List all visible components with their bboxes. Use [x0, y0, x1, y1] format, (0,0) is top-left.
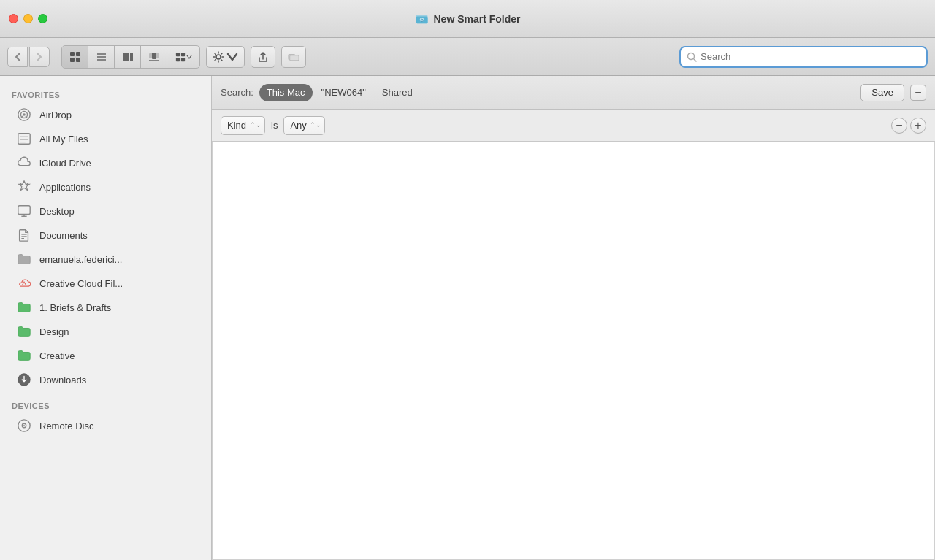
sidebar-item-downloads[interactable]: Downloads — [4, 368, 207, 391]
icon-view-button[interactable] — [62, 46, 88, 68]
remove-search-button[interactable]: − — [910, 85, 926, 101]
kind-select-wrapper: Kind — [221, 116, 265, 135]
sidebar-item-briefs-label: 1. Briefs & Drafts — [39, 302, 111, 313]
sidebar-item-design[interactable]: Design — [4, 320, 207, 343]
content-area: Search: This Mac "NEW064" Shared Save − … — [212, 76, 935, 560]
search-input[interactable] — [701, 51, 920, 62]
sidebar-item-icloud-label: iCloud Drive — [39, 158, 91, 169]
forward-button[interactable] — [29, 47, 50, 67]
sidebar: Favorites AirDrop — [0, 76, 212, 560]
list-view-button[interactable] — [88, 46, 115, 68]
airdrop-icon — [16, 107, 32, 123]
svg-line-29 — [215, 59, 215, 60]
toolbar — [0, 38, 935, 76]
creative-cloud-icon — [16, 275, 32, 291]
file-browser-area[interactable] — [212, 142, 935, 560]
svg-line-30 — [221, 53, 222, 53]
svg-rect-4 — [70, 52, 75, 56]
kind-select[interactable]: Kind — [221, 116, 265, 135]
sidebar-item-creative-cloud[interactable]: Creative Cloud Fil... — [4, 272, 207, 295]
cover-flow-button[interactable] — [141, 46, 167, 68]
svg-rect-42 — [18, 206, 30, 215]
this-mac-button[interactable]: This Mac — [259, 84, 313, 101]
any-select[interactable]: Any — [283, 116, 325, 135]
sidebar-item-desktop-label: Desktop — [39, 206, 75, 217]
sidebar-item-desktop[interactable]: Desktop — [4, 199, 207, 223]
close-button[interactable] — [9, 14, 18, 23]
shared-button[interactable]: Shared — [375, 84, 420, 101]
svg-rect-18 — [175, 52, 179, 55]
svg-line-28 — [221, 59, 222, 60]
sidebar-item-design-label: Design — [39, 326, 69, 337]
folder-icon-emanuela — [16, 251, 32, 267]
filter-actions: − + — [891, 118, 926, 134]
title-bar: ⚙ New Smart Folder — [0, 0, 935, 38]
sidebar-item-creative-cloud-label: Creative Cloud Fil... — [39, 278, 123, 289]
sidebar-item-briefs-drafts[interactable]: 1. Briefs & Drafts — [4, 296, 207, 319]
svg-rect-13 — [130, 53, 133, 61]
sidebar-item-applications-label: Applications — [39, 182, 91, 193]
add-filter-button[interactable]: + — [910, 118, 926, 134]
devices-header: Devices — [0, 397, 211, 413]
save-button[interactable]: Save — [860, 84, 904, 101]
tag-button[interactable] — [281, 46, 306, 68]
all-my-files-icon — [16, 131, 32, 147]
folder-icon-creative — [16, 348, 32, 364]
sidebar-item-emanuela[interactable]: emanuela.federici... — [4, 248, 207, 271]
svg-point-37 — [23, 113, 26, 116]
sidebar-item-icloud[interactable]: iCloud Drive — [4, 151, 207, 174]
remove-filter-button[interactable]: − — [891, 118, 907, 134]
search-filter-bar: Search: This Mac "NEW064" Shared Save − — [212, 76, 935, 110]
svg-rect-19 — [180, 52, 184, 55]
any-select-wrapper: Any — [283, 116, 325, 135]
window-title: New Smart Folder — [433, 13, 520, 25]
sidebar-item-airdrop-label: AirDrop — [39, 110, 72, 120]
folder-icon-briefs — [16, 299, 32, 315]
svg-rect-32 — [290, 55, 299, 60]
svg-rect-38 — [18, 134, 30, 145]
svg-rect-11 — [123, 53, 126, 61]
sidebar-item-creative[interactable]: Creative — [4, 344, 207, 367]
svg-rect-12 — [126, 53, 129, 61]
nav-buttons — [7, 47, 50, 67]
icloud-icon — [16, 155, 32, 171]
column-view-button[interactable] — [115, 46, 141, 68]
svg-rect-21 — [180, 57, 184, 61]
svg-rect-6 — [70, 58, 75, 62]
minimize-button[interactable] — [23, 14, 33, 23]
search-box — [679, 46, 928, 68]
svg-rect-7 — [76, 58, 80, 62]
sidebar-item-all-files-label: All My Files — [39, 134, 88, 145]
back-button[interactable] — [7, 47, 28, 67]
downloads-icon — [16, 372, 32, 388]
applications-icon — [16, 179, 32, 195]
action-button[interactable] — [206, 46, 245, 68]
sidebar-item-airdrop[interactable]: AirDrop — [4, 103, 207, 126]
svg-rect-16 — [156, 53, 159, 58]
sidebar-item-remote-disc[interactable]: Remote Disc — [4, 414, 207, 437]
disc-icon — [16, 418, 32, 434]
search-label: Search: — [221, 87, 253, 98]
sidebar-item-creative-label: Creative — [39, 350, 75, 361]
smart-folder-icon: ⚙ — [414, 12, 429, 26]
sidebar-item-applications[interactable]: Applications — [4, 175, 207, 199]
sidebar-item-all-my-files[interactable]: All My Files — [4, 127, 207, 150]
favorites-header: Favorites — [0, 86, 211, 102]
filter-row: Kind is Any − + — [212, 110, 935, 142]
sidebar-item-downloads-label: Downloads — [39, 375, 86, 386]
svg-rect-20 — [175, 57, 179, 61]
desktop-icon — [16, 203, 32, 219]
documents-icon — [16, 227, 32, 243]
svg-text:⚙: ⚙ — [420, 17, 424, 22]
group-view-button[interactable] — [167, 46, 199, 68]
sidebar-item-emanuela-label: emanuela.federici... — [39, 254, 122, 265]
search-filename: "NEW064" — [318, 87, 369, 98]
maximize-button[interactable] — [38, 14, 47, 23]
svg-line-34 — [694, 58, 697, 61]
sidebar-item-documents[interactable]: Documents — [4, 223, 207, 247]
window-title-area: ⚙ New Smart Folder — [414, 12, 520, 26]
sidebar-item-remote-disc-label: Remote Disc — [39, 421, 94, 431]
view-buttons — [61, 45, 200, 69]
folder-icon-design — [16, 323, 32, 340]
share-button[interactable] — [251, 46, 275, 68]
